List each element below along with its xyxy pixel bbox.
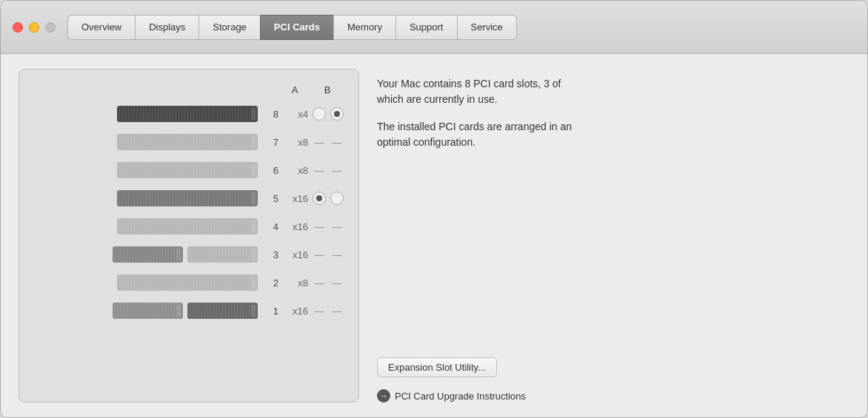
dash-a-6: — <box>313 165 326 176</box>
radio-b-5[interactable] <box>330 192 344 205</box>
pci-card-2 <box>117 274 258 291</box>
pci-card-3a <box>113 246 183 263</box>
slot-speed-7: x8 <box>284 137 308 148</box>
slot-num-5: 5 <box>264 193 278 204</box>
dash-group-3: — — <box>313 249 344 260</box>
radio-a-8[interactable] <box>313 107 326 121</box>
radio-b-8[interactable] <box>330 107 344 121</box>
dash-a-4: — <box>313 221 326 232</box>
slot-cards-2 <box>34 274 258 291</box>
info-text-2: The installed PCI cards are arranged in … <box>377 119 849 150</box>
tab-displays[interactable]: Displays <box>135 15 198 40</box>
pci-diagram-panel: A B 8 x4 <box>19 69 359 402</box>
slot-cards-6 <box>34 162 258 178</box>
slot-cards-5 <box>34 190 258 206</box>
slot-cards-1 <box>34 303 258 319</box>
slot-row-8: 8 x4 <box>34 101 344 127</box>
slot-num-6: 6 <box>264 165 278 176</box>
slot-num-2: 2 <box>264 277 278 289</box>
pci-card-8 <box>117 106 258 122</box>
tab-bar: Overview Displays Storage PCI Cards Memo… <box>67 15 517 40</box>
dash-group-1: — — <box>313 306 344 317</box>
info-text-1: Your Mac contains 8 PCI card slots, 3 of… <box>377 76 849 107</box>
pci-upgrade-link[interactable]: PCI Card Upgrade Instructions <box>377 389 849 402</box>
slot-num-4: 4 <box>264 221 278 232</box>
radio-group-8 <box>313 107 344 121</box>
col-a-label: A <box>287 84 302 95</box>
dash-group-6: — — <box>313 165 344 176</box>
slot-speed-3: x16 <box>284 249 308 260</box>
link-arrow-icon <box>377 389 390 402</box>
slot-num-1: 1 <box>264 306 278 317</box>
dash-group-4: — — <box>313 221 344 232</box>
pci-card-1b <box>187 303 258 319</box>
dash-b-7: — <box>330 137 344 148</box>
dash-a-2: — <box>313 277 326 289</box>
slot-speed-6: x8 <box>284 165 308 176</box>
dash-b-4: — <box>330 221 344 232</box>
dash-b-6: — <box>330 165 344 176</box>
pci-card-7 <box>117 134 258 150</box>
title-bar: Overview Displays Storage PCI Cards Memo… <box>1 1 867 54</box>
pci-card-3b <box>187 246 258 263</box>
slot-cards-4 <box>34 218 258 235</box>
slot-num-7: 7 <box>264 137 278 148</box>
dash-b-1: — <box>330 306 344 317</box>
slot-cards-8 <box>34 106 258 122</box>
slot-num-8: 8 <box>264 109 278 120</box>
slot-header: A B <box>34 84 344 95</box>
expansion-slot-button[interactable]: Expansion Slot Utility... <box>377 357 497 377</box>
slot-speed-8: x4 <box>284 109 308 120</box>
dash-a-3: — <box>313 249 326 260</box>
info-panel: Your Mac contains 8 PCI card slots, 3 of… <box>377 69 849 402</box>
minimize-button[interactable] <box>29 22 39 33</box>
dash-b-2: — <box>330 277 344 289</box>
pci-link-label: PCI Card Upgrade Instructions <box>395 391 526 402</box>
dash-a-7: — <box>313 137 326 148</box>
slot-row-6: 6 x8 — — <box>34 158 344 183</box>
slot-cards-7 <box>34 134 258 150</box>
tab-storage[interactable]: Storage <box>198 15 260 40</box>
traffic-lights <box>13 22 56 33</box>
col-b-label: B <box>320 84 335 95</box>
dash-a-1: — <box>313 306 326 317</box>
radio-a-5[interactable] <box>313 192 326 205</box>
main-window: Overview Displays Storage PCI Cards Memo… <box>0 0 868 418</box>
slot-row-1: 1 x16 — — <box>34 298 344 323</box>
tab-pci-cards[interactable]: PCI Cards <box>260 15 333 40</box>
tab-service[interactable]: Service <box>457 15 517 40</box>
radio-group-5 <box>313 192 344 205</box>
tab-memory[interactable]: Memory <box>333 15 395 40</box>
slot-cards-3 <box>34 246 258 263</box>
slot-row-5: 5 x16 <box>34 186 344 211</box>
main-content: A B 8 x4 <box>1 54 867 417</box>
pci-card-5 <box>117 190 258 206</box>
slot-row-7: 7 x8 — — <box>34 129 344 155</box>
close-button[interactable] <box>13 22 23 33</box>
slot-row-4: 4 x16 — — <box>34 214 344 239</box>
tab-overview[interactable]: Overview <box>67 15 135 40</box>
slot-row-2: 2 x8 — — <box>34 270 344 295</box>
slot-num-3: 3 <box>264 249 278 260</box>
slot-speed-1: x16 <box>284 306 308 317</box>
dash-b-3: — <box>330 249 344 260</box>
slot-speed-2: x8 <box>284 277 308 289</box>
slot-speed-4: x16 <box>284 221 308 232</box>
dash-group-2: — — <box>313 277 344 289</box>
pci-card-1a <box>113 303 183 319</box>
dash-group-7: — — <box>313 137 344 148</box>
pci-card-4 <box>117 218 258 235</box>
slots-container: 8 x4 7 x8 <box>34 101 344 323</box>
maximize-button[interactable] <box>45 22 56 33</box>
pci-card-6 <box>117 162 258 178</box>
slot-row-3: 3 x16 — — <box>34 242 344 267</box>
tab-support[interactable]: Support <box>395 15 457 40</box>
slot-speed-5: x16 <box>284 193 308 204</box>
